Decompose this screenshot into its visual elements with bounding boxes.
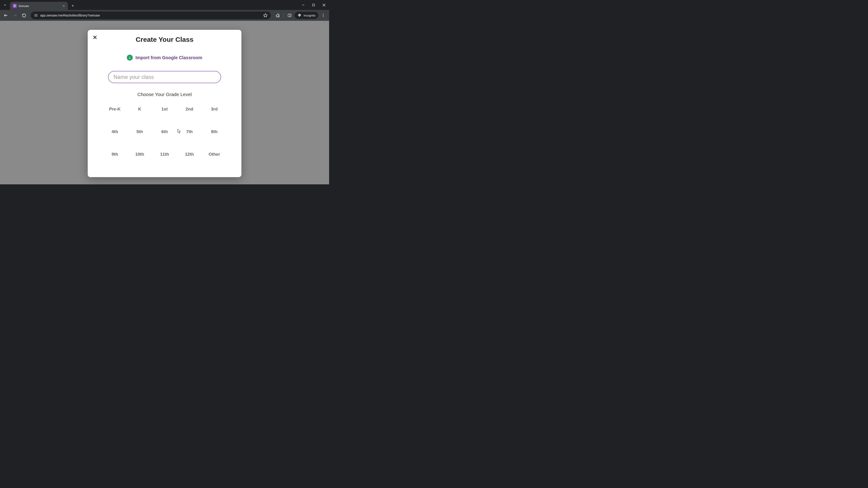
url-text: app.seesaw.me/#/activities/library?seesa… <box>40 13 261 17</box>
toolbar-divider <box>283 13 284 18</box>
address-bar[interactable]: app.seesaw.me/#/activities/library?seesa… <box>31 11 271 19</box>
minimize-button[interactable] <box>298 0 308 10</box>
incognito-label: Incognito <box>304 14 315 17</box>
grade-option-prek[interactable]: Pre-K <box>103 107 126 111</box>
incognito-indicator[interactable]: Incognito <box>294 12 318 19</box>
grade-option-4th[interactable]: 4th <box>103 129 126 134</box>
svg-point-14 <box>129 57 130 58</box>
browser-titlebar: S Seesaw ✕ + <box>0 0 329 10</box>
grade-level-heading: Choose Your Grade Level <box>97 92 232 97</box>
svg-rect-1 <box>313 4 315 6</box>
menu-icon[interactable] <box>319 11 327 20</box>
create-class-modal: ✕ Create Your Class Import from Google C… <box>88 30 241 177</box>
svg-rect-6 <box>35 14 37 15</box>
grade-option-8th[interactable]: 8th <box>203 129 225 134</box>
svg-point-11 <box>323 14 324 14</box>
grade-option-10th[interactable]: 10th <box>128 152 151 157</box>
window-controls <box>298 0 329 10</box>
grade-option-5th[interactable]: 5th <box>128 129 151 134</box>
grade-option-7th[interactable]: 7th <box>178 129 201 134</box>
new-tab-button[interactable]: + <box>70 3 76 9</box>
grade-option-3rd[interactable]: 3rd <box>203 107 225 111</box>
tab-favicon: S <box>13 4 17 8</box>
import-google-classroom-link[interactable]: Import from Google Classroom <box>97 55 232 61</box>
grade-option-2nd[interactable]: 2nd <box>178 107 201 111</box>
site-info-icon[interactable] <box>34 13 38 18</box>
modal-header: ✕ Create Your Class <box>88 30 241 48</box>
extensions-icon[interactable] <box>274 11 282 20</box>
page-content: ✕ Create Your Class Import from Google C… <box>0 21 329 184</box>
browser-toolbar: app.seesaw.me/#/activities/library?seesa… <box>0 10 329 21</box>
grade-option-k[interactable]: K <box>128 107 151 111</box>
reload-button[interactable] <box>20 11 28 20</box>
tab-title: Seesaw <box>19 4 61 8</box>
svg-point-12 <box>323 15 324 16</box>
grade-option-12th[interactable]: 12th <box>178 152 201 157</box>
browser-tab-active[interactable]: S Seesaw ✕ <box>10 2 68 10</box>
grade-level-grid: Pre-K K 1st 2nd 3rd 4th 5th 6th 7th 8th … <box>103 107 225 157</box>
google-classroom-icon <box>127 55 133 61</box>
svg-rect-7 <box>35 16 37 17</box>
back-button[interactable] <box>2 11 10 20</box>
svg-point-13 <box>323 16 324 17</box>
bookmark-icon[interactable] <box>263 13 268 18</box>
grade-option-9th[interactable]: 9th <box>103 152 126 157</box>
close-icon[interactable]: ✕ <box>93 35 97 40</box>
window-close-button[interactable] <box>319 0 329 10</box>
grade-option-1st[interactable]: 1st <box>153 107 176 111</box>
forward-button[interactable] <box>11 11 19 20</box>
maximize-button[interactable] <box>308 0 319 10</box>
side-panel-icon[interactable] <box>285 11 293 20</box>
tab-search-dropdown[interactable] <box>0 0 10 10</box>
grade-option-other[interactable]: Other <box>203 152 225 157</box>
modal-title: Create Your Class <box>92 36 237 43</box>
svg-rect-9 <box>288 14 291 17</box>
grade-option-6th[interactable]: 6th <box>153 129 176 134</box>
svg-marker-8 <box>264 13 268 17</box>
tab-close-icon[interactable]: ✕ <box>62 4 65 8</box>
grade-option-11th[interactable]: 11th <box>153 152 176 157</box>
class-name-input[interactable] <box>108 71 221 83</box>
import-link-label: Import from Google Classroom <box>135 55 202 60</box>
modal-body: Import from Google Classroom Choose Your… <box>88 48 241 177</box>
